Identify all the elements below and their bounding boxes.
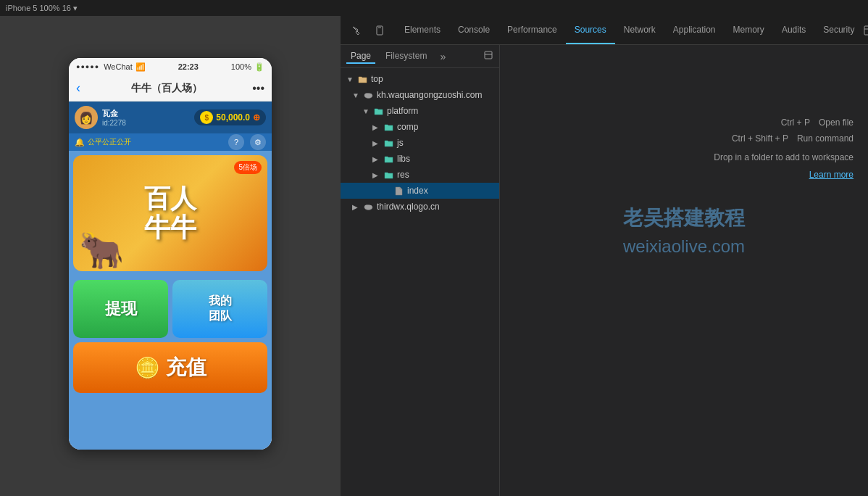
gold-amount: $ 50,000.0 ⊕: [194, 109, 266, 125]
signal-dots: ●●●●●: [76, 63, 99, 70]
tree-arrow-platform: ▼: [362, 107, 372, 115]
tab-memory[interactable]: Memory: [725, 16, 773, 44]
fair-play-label: 🔔 公平公正公开: [75, 137, 131, 147]
svg-point-11: [368, 205, 372, 208]
tree-label-platform: platform: [387, 106, 418, 116]
svg-rect-2: [864, 26, 868, 35]
charge-coins-icon: 🪙: [135, 356, 160, 380]
user-name: 瓦金: [102, 108, 190, 119]
phone-emulator-bar: [0, 30, 341, 52]
devtools-tabs: Elements Console Performance Sources Net…: [396, 16, 864, 44]
fair-play-text: 公平公正公开: [88, 137, 131, 147]
carrier-label: WeChat: [104, 62, 133, 71]
shortcut-keys-open: Ctrl + P: [781, 117, 810, 128]
tree-label-js: js: [397, 138, 404, 148]
tree-arrow-res: ▶: [372, 171, 383, 179]
tree-arrow-top: ▼: [346, 75, 356, 83]
page-tab[interactable]: Page: [346, 49, 375, 64]
gold-value: 50,000.0: [216, 112, 250, 123]
withdraw-button[interactable]: 提现: [73, 280, 168, 338]
folder-icon-comp: [383, 121, 394, 133]
sources-sidebar: Page Filesystem » ▼: [341, 45, 500, 496]
tree-item-res[interactable]: ▶ res: [341, 167, 499, 183]
team-button[interactable]: 我的 团队: [172, 280, 267, 338]
inspect-button[interactable]: [346, 20, 367, 41]
game-banner[interactable]: 🐂 百人 牛牛 5倍场: [73, 155, 267, 271]
devtools-toolbar: Elements Console Performance Sources Net…: [341, 16, 868, 45]
device-label[interactable]: iPhone 5 100% 16 ▾: [6, 4, 78, 13]
wifi-icon: 📶: [135, 62, 146, 72]
folder-icon-top: [356, 73, 368, 85]
close-drawer-icon[interactable]: [864, 20, 868, 41]
tab-console[interactable]: Console: [449, 16, 498, 44]
tab-security[interactable]: Security: [814, 16, 863, 44]
tree-label-comp: comp: [397, 122, 418, 132]
back-button[interactable]: ‹: [76, 80, 80, 96]
main-area: ●●●●● WeChat 📶 22:23 100% 🔋 ‹ 牛牛（百人场） ••…: [0, 16, 868, 496]
game-buttons-row: 提现 我的 团队: [69, 276, 272, 342]
banner-badge: 5倍场: [234, 161, 262, 174]
banner-character: 🐂: [79, 229, 124, 271]
user-info-text: 瓦金 id:2278: [102, 108, 190, 127]
folder-icon-res: [383, 169, 394, 181]
filesystem-tab[interactable]: Filesystem: [381, 49, 431, 64]
charge-button[interactable]: 🪙 充值: [73, 342, 267, 393]
phone-nav-bar: ‹ 牛牛（百人场） •••: [69, 75, 272, 102]
sync-icon[interactable]: [483, 50, 493, 62]
mobile-preview-panel: ●●●●● WeChat 📶 22:23 100% 🔋 ‹ 牛牛（百人场） ••…: [0, 16, 341, 496]
tab-performance[interactable]: Performance: [498, 16, 566, 44]
tab-network[interactable]: Network: [615, 16, 664, 44]
status-right: 100% 🔋: [231, 62, 264, 72]
tree-arrow-comp: ▶: [372, 123, 383, 131]
tree-label-top: top: [371, 74, 383, 84]
more-tabs-icon[interactable]: »: [440, 51, 446, 62]
shortcut-run-command: Ctrl + Shift + P Run command: [732, 133, 854, 144]
devtools-panel: Elements Console Performance Sources Net…: [341, 16, 868, 496]
tree-item-platform[interactable]: ▼ platform: [341, 103, 499, 119]
file-icon-index: [393, 185, 404, 197]
folder-icon-libs: [383, 153, 394, 165]
learn-more-link[interactable]: Learn more: [809, 170, 854, 180]
gold-plus-icon[interactable]: ⊕: [253, 112, 260, 123]
more-button[interactable]: •••: [252, 82, 264, 95]
tree-item-js[interactable]: ▶ js: [341, 135, 499, 151]
tree-item-index[interactable]: ▶ index: [341, 183, 499, 199]
battery-percent: 100%: [231, 62, 251, 71]
user-info-bar: 👩 瓦金 id:2278 $ 50,000.0 ⊕: [69, 102, 272, 133]
tree-arrow-thirdwx: ▶: [352, 203, 362, 211]
tree-item-domain[interactable]: ▼ kh.waquangongzuoshi.com: [341, 87, 499, 103]
svg-point-10: [364, 205, 369, 209]
tree-arrow-js: ▶: [372, 139, 383, 147]
tree-label-domain: kh.waquangongzuoshi.com: [377, 90, 482, 100]
watermark-line1: 老吴搭建教程: [623, 204, 745, 232]
tab-sources[interactable]: Sources: [566, 16, 615, 44]
tab-audits[interactable]: Audits: [773, 16, 814, 44]
game-content: 👩 瓦金 id:2278 $ 50,000.0 ⊕ 🔔: [69, 102, 272, 450]
cloud-icon-thirdwx: [362, 201, 374, 212]
watermark: 老吴搭建教程 weixiaolive.com: [623, 204, 745, 257]
settings-button[interactable]: ⚙: [250, 134, 266, 150]
svg-point-8: [368, 94, 372, 96]
fair-icons: ? ⚙: [228, 134, 266, 150]
phone-status-bar: ●●●●● WeChat 📶 22:23 100% 🔋: [69, 58, 272, 75]
folder-icon-js: [383, 137, 394, 149]
tree-item-thirdwx[interactable]: ▶ thirdwx.qlogo.cn: [341, 199, 499, 215]
tree-item-comp[interactable]: ▶ comp: [341, 119, 499, 135]
tab-application[interactable]: Application: [664, 16, 725, 44]
sources-editor-area: 老吴搭建教程 weixiaolive.com Ctrl + P Open fil…: [500, 45, 868, 496]
fair-play-bar: 🔔 公平公正公开 ? ⚙: [69, 133, 272, 151]
keyboard-shortcuts: Ctrl + P Open file Ctrl + Shift + P Run …: [714, 117, 854, 180]
status-time: 22:23: [178, 62, 199, 71]
device-toggle-button[interactable]: [370, 20, 390, 41]
tab-elements[interactable]: Elements: [396, 16, 449, 44]
tree-label-libs: libs: [397, 154, 410, 164]
tree-item-libs[interactable]: ▶ libs: [341, 151, 499, 167]
battery-icon: 🔋: [254, 62, 264, 72]
banner-title: 百人 牛牛: [144, 184, 196, 241]
gold-coin-icon: $: [200, 111, 213, 124]
shortcut-keys-run: Ctrl + Shift + P: [732, 133, 788, 144]
tree-item-top[interactable]: ▼ top: [341, 71, 499, 87]
help-button[interactable]: ?: [228, 134, 244, 150]
folder-icon-platform: [372, 105, 384, 117]
tree-label-index: index: [407, 186, 428, 196]
